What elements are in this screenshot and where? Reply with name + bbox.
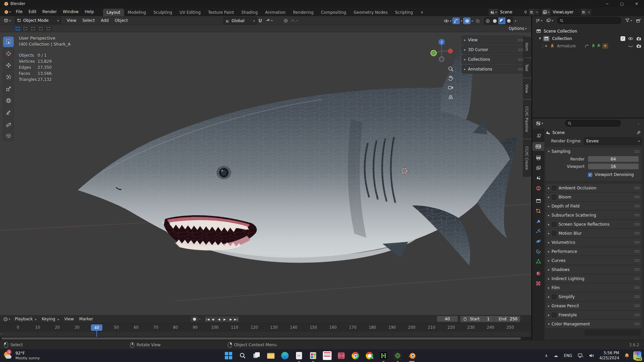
end-frame-field[interactable]: 250 — [510, 317, 517, 321]
expand-triangle-icon[interactable]: ▼ — [539, 37, 541, 40]
section-performance[interactable]: ▸Performance — [546, 247, 642, 256]
move-tool[interactable] — [3, 60, 14, 71]
section-grease-pencil[interactable]: ▸Grease Pencil — [546, 302, 642, 310]
outliner-filter-button[interactable]: ▾ — [623, 18, 634, 23]
scene-delete-button[interactable]: ✕ — [534, 9, 540, 15]
edge-button[interactable] — [281, 351, 289, 360]
tab-layout[interactable]: Layout — [103, 9, 124, 16]
minimize-button[interactable]: ─ — [600, 0, 614, 7]
snipping-tool-button[interactable]: ✂ — [295, 351, 303, 360]
pre-app-button[interactable]: PRE — [633, 351, 641, 360]
rotate-tool[interactable] — [3, 72, 14, 82]
tab-object-properties[interactable] — [534, 207, 543, 215]
tab-texture-properties[interactable] — [534, 279, 543, 288]
breadcrumb-scene[interactable]: Scene — [552, 130, 565, 135]
hide-eye-icon[interactable] — [628, 37, 633, 41]
samples-viewport-field[interactable]: 16 — [588, 164, 639, 169]
timeline-expand-arrow[interactable]: › — [1, 332, 2, 335]
menu-select[interactable]: Select — [80, 17, 98, 24]
editor-type-button[interactable]: ▾ — [2, 17, 13, 24]
select-mode-subtract-button[interactable] — [30, 26, 37, 31]
gizmos-toggle[interactable] — [452, 17, 460, 24]
outliner-display-mode-button[interactable]: ▾ — [534, 18, 544, 24]
timeline-scrollbar[interactable] — [0, 337, 531, 340]
playhead-line[interactable] — [96, 330, 97, 337]
select-mode-invert-button[interactable] — [37, 26, 44, 31]
tab-scene-properties[interactable] — [534, 174, 543, 182]
chrome-beta-button[interactable]: ✎ — [365, 351, 374, 360]
pin-icon[interactable] — [637, 131, 641, 135]
sidebar-tab-view[interactable]: View — [523, 79, 531, 99]
app-maroon-button[interactable] — [337, 351, 346, 360]
section-motion-blur[interactable]: ▸Motion Blur — [546, 229, 642, 237]
npanel-annotations[interactable]: ▸Annotations — [462, 65, 526, 74]
tab-tool-properties[interactable] — [534, 131, 543, 140]
npanel-view[interactable]: ▸View — [462, 36, 526, 44]
sidebar-tab-ccic-pipeline[interactable]: CC/IC Pipeline — [523, 100, 531, 138]
playhead-label[interactable]: 40 — [91, 324, 102, 331]
tab-constraint-properties[interactable] — [534, 247, 543, 256]
start-frame-field[interactable]: 1 — [487, 317, 490, 321]
select-box-tool[interactable] — [3, 37, 14, 47]
scene-name-field[interactable]: Scene ⚲ — [498, 9, 529, 15]
npanel-3d-cursor[interactable]: ▸3D Cursor — [462, 45, 526, 54]
tab-particle-properties[interactable] — [534, 227, 543, 235]
timeline-menu-marker[interactable]: Marker — [77, 316, 96, 322]
zoom-icon[interactable] — [448, 66, 454, 72]
tab-scripting[interactable]: Scripting — [391, 9, 416, 16]
tab-uv-editing[interactable]: UV Editing — [176, 9, 204, 16]
tab-render-properties[interactable] — [532, 142, 544, 151]
freestyle-checkbox[interactable] — [552, 313, 556, 317]
network-display-icon[interactable] — [578, 353, 584, 358]
scrollbar-thumb[interactable] — [1, 337, 521, 340]
blender-menu-button[interactable]: ▾ — [1, 9, 13, 15]
new-collection-button[interactable] — [634, 18, 643, 24]
tab-physics-properties[interactable] — [534, 237, 543, 245]
start-button[interactable] — [224, 351, 233, 360]
jump-to-end-button[interactable]: ▶∣ — [233, 316, 239, 322]
tab-collection-properties[interactable] — [534, 196, 543, 205]
section-curves[interactable]: ▸Curves — [546, 256, 642, 265]
shading-solid-button[interactable] — [491, 17, 498, 24]
target-app-button[interactable] — [393, 351, 402, 360]
tab-view-layer-properties[interactable] — [534, 164, 543, 172]
close-button[interactable]: ✕ — [629, 0, 644, 7]
timeline-menu-playback[interactable]: Playback ▾ — [12, 316, 39, 322]
search-button[interactable] — [238, 351, 247, 360]
section-color-management[interactable]: ▾Color Management — [546, 320, 642, 328]
annotate-tool[interactable] — [3, 107, 14, 118]
section-shadows[interactable]: ▸Shadows — [546, 265, 642, 274]
viewlayer-delete-button[interactable]: ✕ — [586, 9, 592, 15]
section-bloom[interactable]: ▸Bloom — [546, 193, 642, 201]
transform-orientation-dropdown[interactable]: Global ▾ — [224, 17, 257, 25]
simplify-checkbox[interactable] — [552, 295, 556, 299]
section-simplify[interactable]: ▸Simplify — [546, 292, 642, 301]
sidebar-tab-tool[interactable]: Tool — [523, 58, 531, 77]
outliner-row-armature[interactable]: │ ▶ Armature ▼ — [532, 42, 644, 49]
speaker-icon[interactable] — [589, 353, 594, 358]
navigation-gizmo[interactable]: Z — [428, 36, 456, 64]
select-mode-extend-button[interactable] — [22, 26, 29, 31]
render-camera-icon[interactable] — [636, 44, 641, 48]
tab-geometry-nodes[interactable]: Geometry Nodes — [350, 9, 391, 16]
hide-eye-closed-icon[interactable] — [628, 44, 633, 48]
store-button[interactable] — [309, 351, 317, 360]
tab-object-data-properties[interactable] — [534, 257, 543, 266]
tab-modeling[interactable]: Modeling — [124, 9, 150, 16]
ambient-occlusion-checkbox[interactable] — [552, 186, 556, 190]
section-film[interactable]: ▸Film — [546, 283, 642, 292]
tab-modifier-properties[interactable] — [534, 217, 543, 225]
timeline-track[interactable] — [0, 332, 531, 337]
scene-browse-button[interactable]: ▾ — [489, 9, 498, 15]
tab-sculpting[interactable]: Sculpting — [150, 9, 176, 16]
next-keyframe-button[interactable]: ·▶ — [228, 316, 233, 322]
tray-expand-chevron[interactable]: ∧ — [545, 353, 548, 358]
properties-options-dropdown[interactable]: ⌄ — [637, 122, 640, 125]
render-camera-icon[interactable] — [636, 37, 641, 41]
visibility-dropdown[interactable]: ▾ — [444, 19, 451, 23]
camera-view-icon[interactable] — [448, 85, 454, 91]
menu-window[interactable]: Window — [60, 8, 82, 15]
measure-tool[interactable] — [3, 119, 14, 129]
tab-material-properties[interactable] — [534, 269, 543, 278]
menu-edit[interactable]: Edit — [26, 8, 39, 15]
